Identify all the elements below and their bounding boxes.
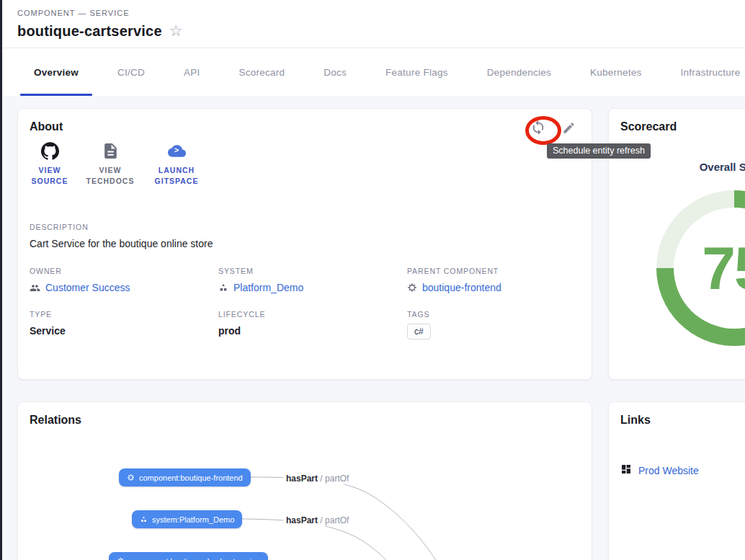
tab-dependencies[interactable]: Dependencies <box>468 48 571 96</box>
edge-forward-label: hasPart <box>286 474 318 484</box>
lifecycle-field: LIFECYCLE prod <box>218 310 407 339</box>
tab-docs[interactable]: Docs <box>304 48 366 96</box>
edge-separator: / <box>318 474 325 484</box>
view-techdocs-button[interactable]: VIEW TECHDOCS <box>84 141 136 187</box>
type-value: Service <box>30 325 218 337</box>
system-label: SYSTEM <box>218 267 407 275</box>
tab-label: Feature Flags <box>385 67 448 78</box>
favorite-star-icon[interactable]: ☆ <box>169 23 183 38</box>
tab-feature-flags[interactable]: Feature Flags <box>366 48 468 96</box>
component-icon <box>127 474 135 481</box>
links-card: Links Prod Website <box>608 401 745 560</box>
tab-cicd[interactable]: CI/CD <box>98 48 164 96</box>
component-icon <box>407 283 417 293</box>
owner-link[interactable]: Customer Success <box>45 282 130 293</box>
page-header: COMPONENT — SERVICE boutique-cartservice… <box>0 0 745 48</box>
page-title: boutique-cartservice <box>17 23 162 40</box>
owner-label: OWNER <box>30 267 218 275</box>
tab-label: Dependencies <box>487 67 551 78</box>
graph-node-boutique-frontend[interactable]: component:boutique-frontend <box>119 468 251 486</box>
lifecycle-label: LIFECYCLE <box>218 310 407 319</box>
scorecard-gauge: 75 <box>656 190 745 346</box>
graph-node-label: system:Platform_Demo <box>152 515 234 524</box>
description-label: DESCRIPTION <box>30 223 213 231</box>
description-value: Cart Service for the boutique online sto… <box>30 238 213 249</box>
tab-label: Kubernetes <box>590 67 642 78</box>
prod-website-label: Prod Website <box>638 465 699 476</box>
system-field: SYSTEM Platform_Demo <box>218 267 407 293</box>
tab-label: CI/CD <box>117 67 145 78</box>
type-label: TYPE <box>30 310 218 319</box>
tab-label: Overview <box>34 67 79 78</box>
view-source-label: VIEW SOURCE <box>30 165 70 187</box>
parent-component-field: PARENT COMPONENT boutique-frontend <box>407 267 581 293</box>
edit-icon[interactable] <box>560 119 577 136</box>
refresh-icon[interactable] <box>530 119 547 136</box>
prod-website-link[interactable]: Prod Website <box>620 463 699 478</box>
graph-node-platform-demo[interactable]: system:Platform_Demo <box>132 510 242 528</box>
breadcrumb: COMPONENT — SERVICE <box>17 9 130 17</box>
sidebar-edge <box>0 0 2 560</box>
graph-node-label: component:boutique-frontend <box>139 474 243 482</box>
techdocs-icon <box>102 141 120 161</box>
tab-overview[interactable]: Overview <box>14 48 98 96</box>
github-icon <box>41 141 59 161</box>
tab-infrastructure[interactable]: Infrastructure <box>661 48 745 96</box>
graph-node-boutique-checkoutservice[interactable]: component:boutique-checkoutservice <box>109 552 268 560</box>
tab-label: Infrastructure <box>681 67 741 78</box>
tab-label: Docs <box>324 67 347 78</box>
parent-component-link[interactable]: boutique-frontend <box>422 282 501 293</box>
tab-label: Scorecard <box>239 67 285 78</box>
parent-component-label: PARENT COMPONENT <box>407 267 581 275</box>
edge-forward-label: hasPart <box>286 515 318 525</box>
relations-card: Relations hasPart / partOf hasPart / par… <box>17 401 592 560</box>
type-field: TYPE Service <box>30 310 218 339</box>
lifecycle-value: prod <box>218 325 407 337</box>
edge-label: hasPart / partOf <box>283 473 352 484</box>
view-source-button[interactable]: VIEW SOURCE <box>30 141 70 187</box>
launch-gitspace-label: LAUNCH GITSPACE <box>151 165 202 187</box>
gitspace-cloud-icon: > <box>168 141 186 161</box>
scorecard-score: 75 <box>656 190 745 346</box>
tab-kubernetes[interactable]: Kubernetes <box>571 48 661 96</box>
system-link[interactable]: Platform_Demo <box>233 282 303 293</box>
tab-scorecard[interactable]: Scorecard <box>220 48 305 96</box>
tags-field: TAGS c# <box>407 310 581 339</box>
edge-reverse-label: partOf <box>325 515 349 525</box>
owner-field: OWNER Customer Success <box>30 267 218 293</box>
edge-reverse-label: partOf <box>325 474 349 484</box>
edge-separator: / <box>318 515 325 525</box>
system-icon <box>218 283 228 293</box>
overall-score-label: Overall Score <box>700 161 745 173</box>
launch-gitspace-button[interactable]: > LAUNCH GITSPACE <box>151 141 202 187</box>
scorecard-heading: Scorecard <box>620 120 677 133</box>
tab-bar: Overview CI/CD API Scorecard Docs Featur… <box>0 48 745 96</box>
tab-label: API <box>184 67 200 78</box>
gitspace-caret-glyph: > <box>174 146 179 154</box>
tags-label: TAGS <box>407 310 581 319</box>
graph-node-label: component:boutique-checkoutservice <box>129 557 260 560</box>
dashboard-icon <box>620 463 632 478</box>
about-heading: About <box>30 120 63 133</box>
view-techdocs-label: VIEW TECHDOCS <box>84 165 136 187</box>
links-heading: Links <box>620 414 651 427</box>
tab-api[interactable]: API <box>164 48 220 96</box>
system-icon <box>140 515 148 523</box>
component-icon <box>117 557 125 560</box>
tag-chip: c# <box>407 324 431 339</box>
about-card: About VIEW SOURCE VIEW TECHDOCS > L <box>17 108 592 380</box>
edge-label: hasPart / partOf <box>283 515 352 526</box>
tooltip: Schedule entity refresh <box>547 143 651 159</box>
group-icon <box>30 283 40 293</box>
